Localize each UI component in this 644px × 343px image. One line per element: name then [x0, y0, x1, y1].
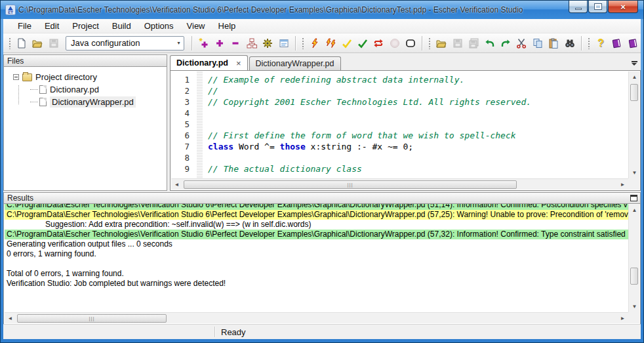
- scrollbar-thumb[interactable]: |||: [17, 314, 167, 323]
- code-editor[interactable]: 1// Example of redefining abstract data …: [170, 70, 641, 191]
- svg-text:ET: ET: [8, 10, 13, 14]
- result-line[interactable]: C:\ProgramData\Escher Technologies\Verif…: [5, 204, 628, 210]
- scroll-left-icon[interactable]: ◄: [171, 179, 182, 190]
- undo-button[interactable]: [481, 35, 497, 51]
- results-lines: C:\ProgramData\Escher Technologies\Verif…: [5, 204, 628, 289]
- scroll-down-icon[interactable]: ▼: [629, 167, 640, 178]
- menu-item-edit[interactable]: Edit: [38, 20, 66, 32]
- editor-horizontal-scrollbar[interactable]: ◄ ||| ►: [171, 178, 628, 190]
- tab-label: Dictionary.pd: [176, 58, 228, 68]
- cut-button[interactable]: [513, 35, 529, 51]
- confirm-button[interactable]: [355, 35, 371, 51]
- scroll-left-icon[interactable]: ◄: [5, 313, 16, 324]
- add-new-file-button[interactable]: [195, 35, 211, 51]
- results-vertical-scrollbar[interactable]: ▲ ▼: [628, 205, 639, 312]
- toolbar-gripper[interactable]: [588, 37, 590, 49]
- verify-button[interactable]: [307, 35, 323, 51]
- remove-item-button[interactable]: [228, 35, 243, 51]
- files-tree[interactable]: Project directory Dictionary.pd Dictiona…: [3, 66, 167, 191]
- scrollbar-thumb[interactable]: [630, 268, 638, 285]
- minimize-button[interactable]: [569, 1, 588, 13]
- menu-item-build[interactable]: Build: [106, 20, 138, 32]
- halt-button[interactable]: [387, 35, 403, 51]
- redo-button[interactable]: [498, 35, 513, 51]
- check-syntax-button[interactable]: [338, 35, 354, 51]
- new-file-button[interactable]: [14, 35, 30, 51]
- close-button[interactable]: ×: [608, 1, 638, 13]
- menu-item-file[interactable]: File: [11, 20, 38, 32]
- file-icon: [39, 85, 47, 94]
- language-manual-button[interactable]: [609, 35, 624, 51]
- tab-close-icon[interactable]: ×: [236, 59, 241, 68]
- grip-icon: |||: [347, 182, 353, 188]
- toolbar-gripper[interactable]: [428, 37, 431, 49]
- tab-dictionarywrapper[interactable]: DictionaryWrapper.pd: [249, 56, 341, 70]
- save-all-icon: [468, 38, 479, 49]
- dock-window-icon[interactable]: [630, 195, 637, 201]
- scroll-up-icon[interactable]: ▲: [629, 71, 640, 83]
- scroll-right-icon[interactable]: ►: [617, 179, 628, 190]
- double-lightning-icon: [325, 38, 336, 49]
- save-all-button[interactable]: [466, 35, 481, 51]
- help-button[interactable]: ?: [593, 35, 609, 51]
- toolbar-gripper[interactable]: [302, 37, 304, 49]
- result-line[interactable]: 0 errors, 1 warning found.: [5, 249, 628, 259]
- tree-item-dictionarywrapper[interactable]: DictionaryWrapper.pd: [4, 96, 167, 108]
- scrollbar-corner: [628, 178, 639, 190]
- scrollbar-thumb[interactable]: [630, 84, 638, 101]
- results-horizontal-scrollbar[interactable]: ◄ ||| ►: [5, 312, 628, 323]
- tab-dictionary[interactable]: Dictionary.pd ×: [170, 55, 248, 70]
- toolbar-gripper[interactable]: [9, 37, 11, 49]
- build-settings-button[interactable]: [260, 35, 275, 51]
- tab-list-button[interactable]: [630, 59, 639, 67]
- result-line[interactable]: Verification Studio: Job completed but w…: [5, 279, 628, 289]
- files-panel-title: Files: [7, 56, 24, 66]
- configuration-value: Java configuration: [71, 38, 140, 48]
- toolbar-separator: [422, 36, 422, 50]
- verify-all-button[interactable]: [323, 35, 338, 51]
- scrollbar-thumb[interactable]: |||: [184, 180, 517, 189]
- scroll-right-icon[interactable]: ►: [617, 313, 628, 324]
- copy-icon: [533, 38, 543, 49]
- results-output[interactable]: C:\ProgramData\Escher Technologies\Verif…: [3, 203, 641, 325]
- open-project-button[interactable]: [30, 35, 45, 51]
- result-line[interactable]: Suggestion: Add extra precondition: ~sel…: [5, 220, 628, 230]
- menu-item-help[interactable]: Help: [212, 20, 243, 32]
- result-line[interactable]: Total of 0 errors, 1 warning found.: [5, 269, 628, 279]
- line-number: 6: [171, 131, 192, 142]
- stop-button[interactable]: [403, 35, 418, 51]
- collapse-icon[interactable]: [13, 74, 19, 80]
- tool-manual-button[interactable]: [624, 35, 640, 51]
- menu-item-options[interactable]: Options: [138, 20, 180, 32]
- code-text: class Word ^= those x:string :- #x ~= 0;: [192, 142, 413, 153]
- tree-item-label: DictionaryWrapper.pd: [50, 96, 136, 108]
- scroll-down-icon[interactable]: ▼: [629, 301, 640, 312]
- menu-item-project[interactable]: Project: [66, 20, 105, 32]
- add-item-button[interactable]: [212, 35, 228, 51]
- result-line[interactable]: C:\ProgramData\Escher Technologies\Verif…: [5, 230, 628, 239]
- result-line[interactable]: Generating verification output files ...…: [5, 239, 628, 249]
- open-file-button[interactable]: [433, 35, 449, 51]
- result-line[interactable]: [5, 259, 628, 269]
- save-project-button[interactable]: [46, 35, 62, 51]
- project-hierarchy-button[interactable]: [244, 35, 260, 51]
- paste-button[interactable]: [546, 35, 561, 51]
- properties-button[interactable]: [275, 35, 291, 51]
- result-line[interactable]: C:\ProgramData\Escher Technologies\Verif…: [5, 210, 628, 220]
- editor-vertical-scrollbar[interactable]: ▲ ▼: [628, 71, 639, 178]
- purple-book-icon: [628, 38, 638, 49]
- menu-item-view[interactable]: View: [180, 20, 212, 32]
- document-list-icon: [279, 38, 289, 49]
- rebuild-button[interactable]: [371, 35, 386, 51]
- tree-item-dictionary[interactable]: Dictionary.pd: [4, 83, 167, 96]
- purple-book-icon: [611, 38, 622, 49]
- configuration-select[interactable]: Java configuration ▾: [66, 36, 184, 50]
- title-bar[interactable]: ET C:\ProgramData\Escher Technologies\Ve…: [1, 1, 643, 19]
- save-file-button[interactable]: [450, 35, 466, 51]
- workspace: Files Project directory Dictionary.pd: [3, 54, 641, 191]
- find-button[interactable]: [561, 35, 577, 51]
- maximize-button[interactable]: [588, 1, 607, 13]
- tree-item-project-directory[interactable]: Project directory: [4, 71, 167, 83]
- copy-button[interactable]: [530, 35, 546, 51]
- scroll-up-icon[interactable]: ▲: [629, 205, 640, 216]
